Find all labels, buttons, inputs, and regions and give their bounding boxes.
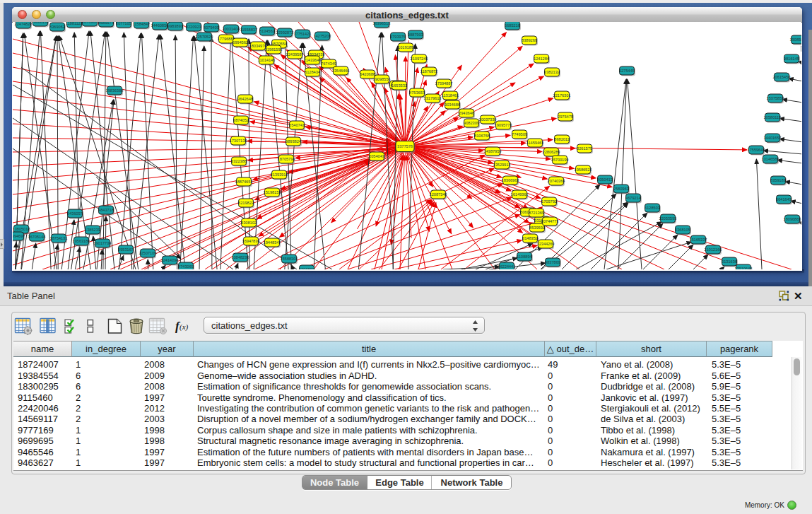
- svg-text:3874052: 3874052: [233, 118, 249, 122]
- svg-text:20740364: 20740364: [548, 179, 565, 183]
- svg-text:12414394: 12414394: [161, 258, 179, 262]
- svg-text:21433649: 21433649: [304, 58, 322, 62]
- svg-text:6368105: 6368105: [675, 228, 690, 232]
- svg-text:8685577: 8685577: [98, 22, 114, 25]
- svg-text:8682011: 8682011: [554, 137, 569, 141]
- svg-text:17307133: 17307133: [230, 139, 247, 143]
- svg-text:8539591: 8539591: [529, 226, 545, 230]
- svg-text:14401657: 14401657: [764, 136, 782, 140]
- svg-text:3377578: 3377578: [397, 144, 413, 148]
- svg-text:6128434: 6128434: [305, 70, 320, 74]
- svg-text:9953167: 9953167: [118, 247, 134, 252]
- svg-text:16947830: 16947830: [242, 239, 260, 243]
- svg-text:4050413: 4050413: [597, 177, 613, 182]
- svg-text:22992872: 22992872: [276, 30, 294, 35]
- svg-text:3642648: 3642648: [237, 97, 253, 101]
- svg-text:14460856: 14460856: [151, 23, 169, 28]
- svg-text:9837869: 9837869: [545, 260, 560, 264]
- svg-text:1019189: 1019189: [398, 45, 413, 49]
- svg-text:17751421: 17751421: [294, 32, 312, 36]
- svg-text:8369062: 8369062: [49, 25, 65, 29]
- svg-text:16705148: 16705148: [28, 235, 46, 239]
- svg-text:13910648: 13910648: [735, 267, 753, 269]
- svg-text:13546466: 13546466: [332, 69, 350, 73]
- svg-text:19836388: 19836388: [106, 88, 124, 93]
- svg-text:13529912: 13529912: [493, 163, 511, 167]
- svg-text:1241284: 1241284: [534, 57, 549, 61]
- svg-text:22806289: 22806289: [543, 150, 560, 154]
- svg-text:21981592: 21981592: [265, 47, 283, 52]
- svg-text:17559643: 17559643: [748, 148, 765, 152]
- svg-text:11014145: 11014145: [258, 58, 275, 62]
- svg-text:11318461: 11318461: [442, 93, 459, 98]
- svg-text:6540741: 6540741: [289, 123, 305, 127]
- svg-text:6994562: 6994562: [233, 40, 248, 45]
- svg-text:7674349: 7674349: [321, 62, 336, 66]
- svg-text:15588301: 15588301: [281, 257, 298, 261]
- svg-text:13179613: 13179613: [424, 96, 442, 100]
- svg-text:8389269: 8389269: [522, 38, 537, 42]
- svg-text:18874652: 18874652: [235, 180, 253, 184]
- svg-text:3148352: 3148352: [522, 236, 538, 240]
- svg-text:21353914: 21353914: [271, 173, 288, 177]
- svg-text:20031404: 20031404: [223, 27, 240, 31]
- svg-text:20744773: 20744773: [541, 219, 559, 223]
- svg-text:19085076: 19085076: [790, 37, 801, 42]
- svg-text:13146585: 13146585: [762, 157, 779, 161]
- svg-text:7749509: 7749509: [512, 132, 527, 136]
- svg-text:14387959: 14387959: [484, 149, 502, 153]
- svg-text:5793975: 5793975: [390, 35, 406, 39]
- svg-text:9816145: 9816145: [784, 57, 799, 61]
- svg-text:2975475: 2975475: [558, 115, 573, 119]
- svg-text:22176301: 22176301: [553, 93, 571, 98]
- svg-text:19017734: 19017734: [94, 241, 112, 245]
- svg-text:11584847: 11584847: [133, 22, 150, 26]
- svg-text:3322386: 3322386: [231, 159, 247, 163]
- svg-text:22507109: 22507109: [139, 251, 157, 255]
- svg-text:19688132: 19688132: [32, 22, 49, 24]
- svg-text:5641643: 5641643: [776, 197, 792, 201]
- svg-text:22439587: 22439587: [286, 52, 304, 57]
- svg-text:2077105: 2077105: [116, 22, 131, 25]
- svg-text:20615450: 20615450: [773, 75, 791, 79]
- svg-text:8079409: 8079409: [204, 25, 219, 30]
- svg-text:6306893: 6306893: [299, 267, 314, 269]
- svg-text:12344269: 12344269: [537, 242, 555, 246]
- svg-text:11459463: 11459463: [526, 141, 543, 145]
- svg-text:3261579: 3261579: [577, 146, 592, 151]
- svg-text:5219822: 5219822: [238, 201, 254, 205]
- svg-text:16149361: 16149361: [511, 192, 529, 197]
- svg-text:18754131: 18754131: [50, 236, 68, 240]
- svg-text:16396513: 16396513: [373, 22, 391, 25]
- svg-text:15700199: 15700199: [551, 158, 569, 162]
- svg-text:9893824: 9893824: [286, 139, 301, 144]
- svg-text:19095773: 19095773: [495, 123, 512, 127]
- svg-text:22474828: 22474828: [15, 22, 33, 26]
- svg-text:19448347: 19448347: [264, 240, 281, 245]
- svg-text:19586522: 19586522: [575, 168, 592, 172]
- svg-text:16224441: 16224441: [498, 264, 516, 269]
- svg-text:2943646: 2943646: [459, 111, 474, 115]
- svg-text:8134562: 8134562: [259, 29, 275, 33]
- svg-text:8721369: 8721369: [529, 211, 544, 215]
- svg-text:5685216: 5685216: [505, 23, 520, 28]
- svg-text:18366963: 18366963: [502, 178, 519, 182]
- svg-text:15198153: 15198153: [264, 190, 281, 194]
- svg-text:9436057: 9436057: [67, 211, 83, 216]
- svg-text:11558837: 11558837: [240, 28, 257, 32]
- svg-text:10848230: 10848230: [232, 255, 249, 259]
- svg-text:22570529: 22570529: [196, 35, 213, 39]
- svg-text:11876872: 11876872: [420, 69, 437, 74]
- svg-text:13805018: 13805018: [13, 227, 30, 231]
- svg-text:1653531: 1653531: [392, 83, 407, 88]
- svg-text:21012166: 21012166: [705, 247, 722, 252]
- svg-text:1705792: 1705792: [541, 199, 557, 204]
- svg-text:2876966: 2876966: [82, 22, 98, 24]
- svg-text:6128503: 6128503: [645, 206, 660, 210]
- svg-text:21097245: 21097245: [411, 57, 428, 61]
- svg-text:14275203: 14275203: [314, 34, 331, 38]
- svg-text:4753657: 4753657: [409, 90, 425, 95]
- svg-text:22053595: 22053595: [659, 216, 677, 221]
- svg-text:19098556: 19098556: [373, 77, 391, 81]
- svg-text:8359183: 8359183: [770, 178, 786, 182]
